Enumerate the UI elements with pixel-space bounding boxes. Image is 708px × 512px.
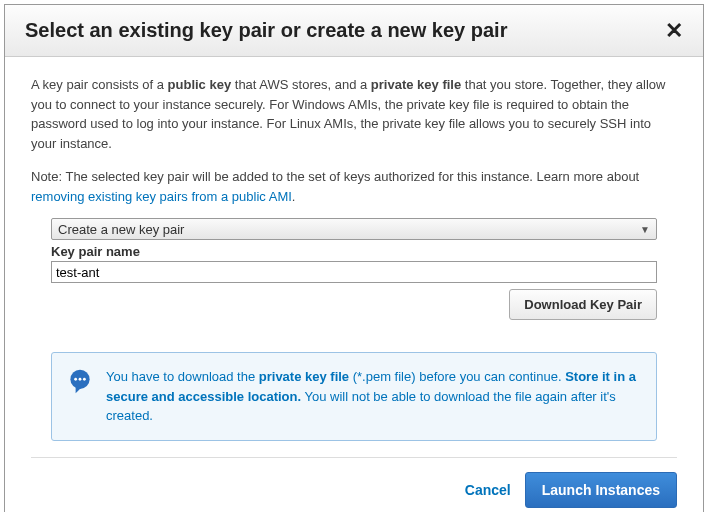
download-keypair-button[interactable]: Download Key Pair [509,289,657,320]
cancel-button[interactable]: Cancel [465,482,511,498]
remove-keypairs-link[interactable]: removing existing key pairs from a publi… [31,189,292,204]
svg-point-1 [74,378,77,381]
desc-bold-public-key: public key [168,77,232,92]
desc-bold-private-key: private key file [371,77,461,92]
modal-title: Select an existing key pair or create a … [25,19,507,42]
keypair-action-dropdown[interactable]: Create a new key pair ▼ [51,218,657,240]
dropdown-value: Create a new key pair [58,222,184,237]
note-paragraph: Note: The selected key pair will be adde… [31,167,677,206]
desc-text: A key pair consists of a [31,77,168,92]
info-text-part: (*.pem file) before you can continue. [349,369,565,384]
modal-footer: Cancel Launch Instances [31,457,677,513]
info-callout: You have to download the private key fil… [51,352,657,441]
note-text: Note: The selected key pair will be adde… [31,169,639,184]
info-text: You have to download the private key fil… [106,367,640,426]
keypair-name-label: Key pair name [51,244,657,259]
note-text: . [292,189,296,204]
desc-text: that AWS stores, and a [231,77,371,92]
svg-point-2 [79,378,82,381]
speech-bubble-icon [66,367,94,395]
keypair-name-input[interactable] [51,261,657,283]
chevron-down-icon: ▼ [640,224,650,235]
description-paragraph: A key pair consists of a public key that… [31,75,677,153]
close-icon[interactable]: ✕ [665,20,683,42]
launch-instances-button[interactable]: Launch Instances [525,472,677,508]
modal-body: A key pair consists of a public key that… [5,57,703,441]
modal-header: Select an existing key pair or create a … [5,5,703,57]
keypair-modal: Select an existing key pair or create a … [4,4,704,512]
info-bold-private-key: private key file [259,369,349,384]
info-text-part: You have to download the [106,369,259,384]
download-row: Download Key Pair [51,289,657,320]
form-area: Create a new key pair ▼ Key pair name Do… [31,218,677,352]
svg-point-3 [83,378,86,381]
